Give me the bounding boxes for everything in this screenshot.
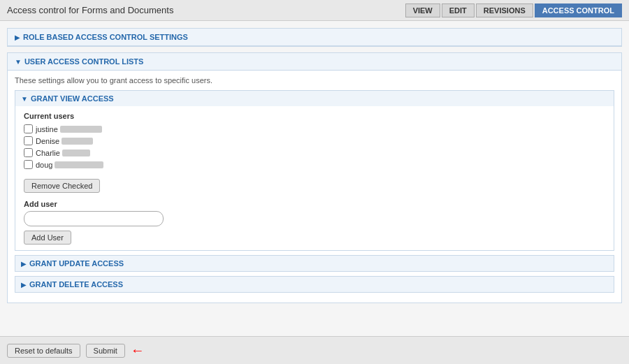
user-checkbox-charlie[interactable]	[24, 148, 33, 157]
remove-checked-button[interactable]: Remove Checked	[24, 179, 100, 193]
collapse-icon-acl: ▼	[15, 58, 22, 66]
user-name-doug: doug	[36, 161, 52, 169]
arrow-icon: ←	[131, 342, 145, 358]
tab-view[interactable]: VIEW	[405, 3, 440, 17]
submit-button[interactable]: Submit	[86, 344, 125, 358]
user-acl-section-body: These settings allow you to grant access…	[8, 71, 621, 303]
page-title: Access control for Forms and Documents	[7, 5, 173, 15]
grant-update-header[interactable]: ▶ GRANT UPDATE ACCESS	[15, 256, 614, 271]
user-checkbox-doug[interactable]	[24, 160, 33, 169]
collapse-icon-update: ▶	[21, 260, 27, 268]
role-based-section: ▶ ROLE BASED ACCESS CONTROL SETTINGS	[7, 28, 622, 47]
tab-edit[interactable]: EDIT	[442, 3, 475, 17]
grant-view-link[interactable]: GRANT VIEW ACCESS	[31, 94, 114, 103]
grant-view-subsection: ▼ GRANT VIEW ACCESS Current users justin…	[15, 90, 614, 251]
user-redacted-denise	[62, 138, 93, 145]
current-users-label: Current users	[24, 112, 605, 120]
add-user-input[interactable]	[24, 211, 164, 226]
add-user-button[interactable]: Add User	[24, 231, 71, 245]
tab-bar: VIEW EDIT REVISIONS ACCESS CONTROL	[405, 3, 622, 17]
grant-delete-link[interactable]: GRANT DELETE ACCESS	[29, 280, 123, 289]
grant-view-header[interactable]: ▼ GRANT VIEW ACCESS	[15, 91, 614, 106]
user-redacted-charlie	[62, 150, 90, 156]
grant-update-link[interactable]: GRANT UPDATE ACCESS	[29, 259, 124, 268]
tab-access-control[interactable]: ACCESS CONTROL	[535, 3, 622, 17]
grant-update-subsection: ▶ GRANT UPDATE ACCESS	[15, 255, 614, 272]
collapse-icon-role: ▶	[15, 34, 20, 41]
tab-revisions[interactable]: REVISIONS	[476, 3, 533, 17]
reset-defaults-button[interactable]: Reset to defaults	[7, 344, 80, 358]
user-name-justine: justine	[36, 125, 58, 133]
user-redacted-doug	[55, 161, 103, 168]
grant-view-body: Current users justine Denise	[15, 106, 614, 250]
user-acl-section-header[interactable]: ▼ USER ACCESS CONTROL LISTS	[8, 53, 621, 71]
user-checkbox-denise[interactable]	[24, 136, 33, 145]
grant-delete-subsection: ▶ GRANT DELETE ACCESS	[15, 276, 614, 293]
role-based-section-header[interactable]: ▶ ROLE BASED ACCESS CONTROL SETTINGS	[8, 29, 621, 46]
role-based-section-link[interactable]: ROLE BASED ACCESS CONTROL SETTINGS	[23, 33, 188, 41]
user-name-denise: Denise	[36, 137, 59, 145]
remove-checked-wrap: Remove Checked	[24, 175, 605, 200]
user-redacted-justine	[60, 126, 102, 133]
user-name-charlie: Charlie	[36, 149, 60, 157]
user-item-denise: Denise	[24, 136, 605, 145]
user-acl-section-link[interactable]: USER ACCESS CONTROL LISTS	[24, 57, 144, 66]
user-item-charlie: Charlie	[24, 148, 605, 157]
main-content: ▶ ROLE BASED ACCESS CONTROL SETTINGS ▼ U…	[0, 21, 629, 336]
user-acl-section: ▼ USER ACCESS CONTROL LISTS These settin…	[7, 52, 622, 303]
page-header: Access control for Forms and Documents V…	[0, 0, 629, 21]
user-item-doug: doug	[24, 160, 605, 169]
user-item-justine: justine	[24, 124, 605, 133]
user-checkbox-justine[interactable]	[24, 124, 33, 133]
collapse-icon-delete: ▶	[21, 281, 27, 289]
user-acl-description: These settings allow you to grant access…	[15, 76, 614, 85]
add-user-input-wrap	[24, 211, 605, 226]
footer: Reset to defaults Submit ←	[0, 336, 629, 364]
collapse-icon-view: ▼	[21, 95, 28, 103]
grant-delete-header[interactable]: ▶ GRANT DELETE ACCESS	[15, 277, 614, 292]
add-user-label: Add user	[24, 200, 605, 208]
